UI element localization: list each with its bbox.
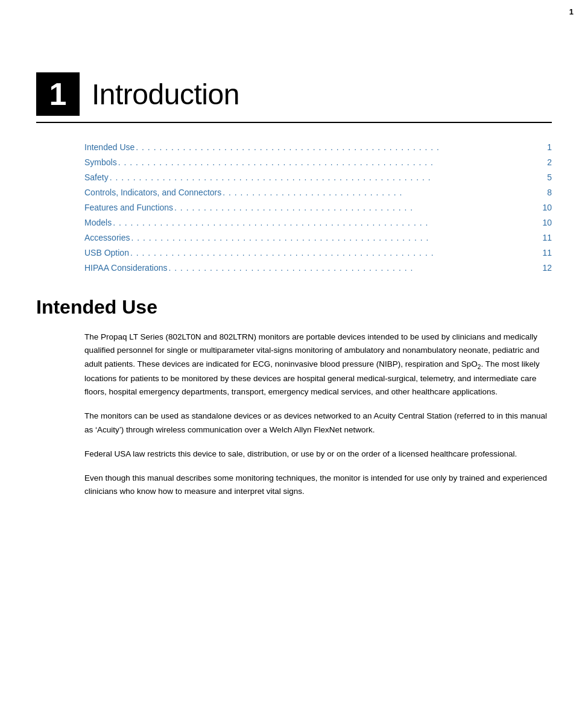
toc-page-number: 5	[540, 171, 552, 184]
toc-dots: . . . . . . . . . . . . . . . . . . . . …	[136, 141, 539, 154]
toc-page-number: 11	[540, 232, 552, 244]
body-paragraph: The Propaq LT Series (802LT0N and 802LTR…	[84, 330, 552, 399]
toc-item: USB Option . . . . . . . . . . . . . . .…	[84, 247, 552, 259]
table-of-contents: Intended Use . . . . . . . . . . . . . .…	[84, 141, 552, 274]
toc-item: Safety. . . . . . . . . . . . . . . . . …	[84, 171, 552, 184]
toc-page-number: 2	[540, 156, 552, 169]
toc-item: Accessories . . . . . . . . . . . . . . …	[84, 232, 552, 244]
toc-link[interactable]: Safety	[84, 171, 109, 184]
page-number: 1	[569, 7, 574, 16]
toc-page-number: 1	[540, 141, 552, 154]
chapter-number-box: 1	[36, 72, 80, 116]
chapter-title: Introduction	[92, 78, 239, 111]
toc-item: Symbols . . . . . . . . . . . . . . . . …	[84, 156, 552, 169]
toc-link[interactable]: Models	[84, 217, 112, 229]
toc-link[interactable]: Intended Use	[84, 141, 134, 154]
toc-dots: . . . . . . . . . . . . . . . . . . . . …	[223, 186, 539, 199]
toc-dots: . . . . . . . . . . . . . . . . . . . . …	[130, 247, 539, 259]
toc-item: Models. . . . . . . . . . . . . . . . . …	[84, 217, 552, 229]
toc-link[interactable]: Accessories	[84, 232, 130, 244]
toc-dots: . . . . . . . . . . . . . . . . . . . . …	[110, 171, 539, 184]
toc-page-number: 12	[540, 262, 552, 274]
toc-link[interactable]: HIPAA Considerations	[84, 262, 167, 274]
toc-page-number: 11	[540, 247, 552, 259]
toc-dots: . . . . . . . . . . . . . . . . . . . . …	[174, 201, 539, 214]
body-paragraph: Federal USA law restricts this device to…	[84, 447, 552, 461]
toc-page-number: 8	[540, 186, 552, 199]
body-text-container: The Propaq LT Series (802LT0N and 802LTR…	[0, 330, 588, 499]
toc-item: Features and Functions . . . . . . . . .…	[84, 201, 552, 214]
toc-dots: . . . . . . . . . . . . . . . . . . . . …	[113, 217, 539, 229]
toc-dots: . . . . . . . . . . . . . . . . . . . . …	[131, 232, 539, 244]
toc-link[interactable]: Controls, Indicators, and Connectors	[84, 186, 221, 199]
toc-dots: . . . . . . . . . . . . . . . . . . . . …	[118, 156, 539, 169]
body-paragraph: The monitors can be used as standalone d…	[84, 410, 552, 437]
toc-item: HIPAA Considerations . . . . . . . . . .…	[84, 262, 552, 274]
chapter-header: 1 Introduction	[36, 72, 552, 123]
toc-item: Intended Use . . . . . . . . . . . . . .…	[84, 141, 552, 154]
toc-page-number: 10	[540, 217, 552, 229]
toc-link[interactable]: USB Option	[84, 247, 129, 259]
toc-link[interactable]: Features and Functions	[84, 201, 173, 214]
toc-dots: . . . . . . . . . . . . . . . . . . . . …	[168, 262, 539, 274]
toc-link[interactable]: Symbols	[84, 156, 117, 169]
toc-item: Controls, Indicators, and Connectors . .…	[84, 186, 552, 199]
body-paragraph: Even though this manual describes some m…	[84, 472, 552, 499]
intended-use-heading: Intended Use	[36, 296, 552, 318]
toc-page-number: 10	[540, 201, 552, 214]
